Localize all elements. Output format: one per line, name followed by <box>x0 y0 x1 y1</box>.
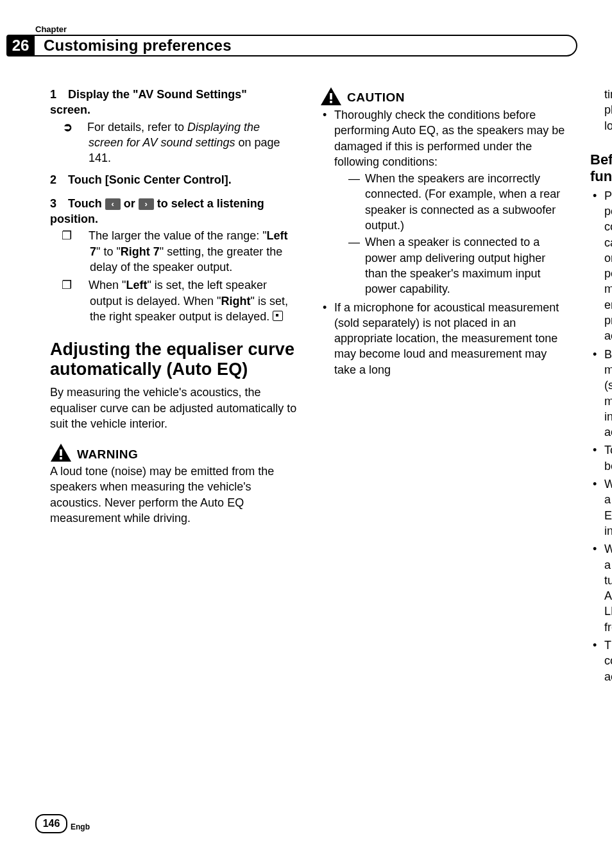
warning-heading: WARNING <box>50 443 297 462</box>
step-number: 2 <box>50 172 68 187</box>
warning-label: WARNING <box>77 446 138 463</box>
step-1: 1Display the "AV Sound Settings" <box>50 87 297 102</box>
step-number: 3 <box>50 196 68 211</box>
right-arrow-key-icon: › <box>139 198 154 210</box>
caution-label: CAUTION <box>347 89 405 106</box>
chapter-number-badge: 26 <box>6 35 35 56</box>
caution-subitem: When a speaker is connected to a power a… <box>348 234 567 297</box>
list-item: To perform Auto EQ, the front speakers m… <box>590 442 612 474</box>
step-3-note-2: ❐When "Left" is set, the left speaker ou… <box>76 277 297 324</box>
caution-heading: CAUTION <box>320 87 567 106</box>
svg-rect-2 <box>60 457 62 460</box>
step-title: Display the "AV Sound Settings" <box>68 88 247 101</box>
step-3: 3Touch ‹ or › to select a listening posi… <box>50 196 297 227</box>
step-2: 2Touch [Sonic Center Control]. <box>50 172 297 187</box>
note-bullet-icon: ❐ <box>76 277 89 293</box>
page-number-badge: 146 <box>35 814 67 833</box>
step-1-cont: screen. <box>50 102 297 117</box>
caution-list: Thoroughly check the conditions before p… <box>320 107 567 378</box>
left-arrow-key-icon: ‹ <box>105 198 121 210</box>
step-3-note-1: ❐The larger the value of the range: "Lef… <box>76 228 297 275</box>
footer-language: Engb <box>71 822 90 832</box>
svg-rect-1 <box>60 449 62 456</box>
svg-rect-5 <box>330 101 332 103</box>
list-item: When this navigation system is connected… <box>590 476 612 539</box>
caution-subitem: When the speakers are incorrectly connec… <box>348 171 567 233</box>
list-item: The distance has been calculated by comp… <box>590 638 612 749</box>
before-auto-eq-list: Perform Auto EQ in as quiet a place as p… <box>590 188 612 749</box>
ref-arrow-icon: ➲ <box>76 119 87 135</box>
caution-triangle-icon <box>320 87 342 106</box>
step-1-ref: ➲For details, refer to Displaying the sc… <box>76 119 297 166</box>
heading-before-auto-eq: Before operating the Auto EQ function <box>590 152 612 186</box>
step-title: Touch [Sonic Center Control]. <box>68 173 232 186</box>
end-of-section-icon <box>273 311 283 321</box>
auto-eq-intro: By measuring the vehicle's acoustics, th… <box>50 385 297 431</box>
caution-item-2-part2: time, resulting in battery drainage. Be … <box>590 87 612 134</box>
caution-sublist: When the speakers are incorrectly connec… <box>348 171 567 297</box>
warning-triangle-icon <box>50 443 72 462</box>
svg-rect-4 <box>330 93 332 100</box>
list-item: When this navigation system is connected… <box>590 541 612 635</box>
step-number: 1 <box>50 87 68 102</box>
caution-item-2-part1: If a microphone for acoustical measureme… <box>320 300 567 378</box>
note-bullet-icon: ❐ <box>76 228 89 243</box>
chapter-label: Chapter <box>35 24 67 35</box>
step-title: Touch ‹ or › to select a listening posit… <box>50 197 264 225</box>
list-item: Perform Auto EQ in as quiet a place as p… <box>590 188 612 344</box>
heading-auto-eq: Adjusting the equaliser curve automatica… <box>50 340 297 379</box>
chapter-title: Customising preferences <box>44 35 232 56</box>
warning-text: A loud tone (noise) may be emitted from … <box>50 464 297 526</box>
chapter-title-bar: Customising preferences <box>35 35 577 56</box>
caution-item-1: Thoroughly check the conditions before p… <box>320 107 567 297</box>
list-item: Be sure to perform Auto EQ using the mic… <box>590 347 612 440</box>
